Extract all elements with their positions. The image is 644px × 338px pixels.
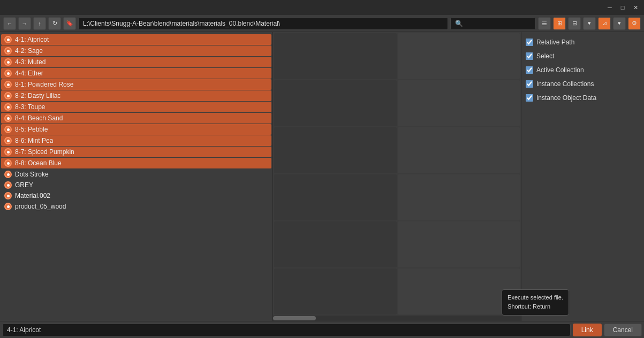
preview-cell: [274, 33, 397, 79]
relative-path-checkbox[interactable]: [526, 39, 533, 46]
file-label: 4-3: Muted: [15, 58, 46, 66]
preview-cell: [398, 127, 520, 173]
tooltip-line2: Shortcut: Return: [507, 302, 563, 312]
back-button[interactable]: ←: [3, 17, 16, 30]
list-item[interactable]: 8-6: Mint Pea: [1, 135, 271, 146]
settings-button[interactable]: ⚙: [628, 17, 641, 30]
list-item[interactable]: 8-3: Toupe: [1, 102, 271, 112]
select-checkbox[interactable]: [526, 52, 533, 60]
list-item[interactable]: Material.002: [1, 190, 271, 201]
file-label: 8-8: Ocean Blue: [15, 159, 62, 167]
list-item[interactable]: 8-4: Beach Sand: [1, 113, 271, 124]
preview-cell: [274, 174, 397, 220]
file-label: Dots Stroke: [15, 171, 49, 178]
preview-area: [273, 32, 521, 321]
up-button[interactable]: ↑: [33, 17, 46, 30]
refresh-button[interactable]: ↻: [48, 17, 61, 30]
filter-button[interactable]: ⊿: [598, 17, 611, 30]
list-item[interactable]: 8-8: Ocean Blue: [1, 158, 271, 168]
main-area: 4-1: Aipricot4-2: Sage4-3: Muted4-4: Eth…: [0, 32, 644, 321]
instance-object-data-checkbox[interactable]: [526, 94, 533, 102]
title-bar: ─ □ ✕: [0, 0, 644, 15]
close-button[interactable]: ✕: [631, 3, 640, 12]
filter-chevron-button[interactable]: ▾: [613, 17, 626, 30]
material-icon: [4, 70, 12, 77]
list-item[interactable]: 8-5: Pebble: [1, 124, 271, 135]
list-item[interactable]: Dots Stroke: [1, 169, 271, 180]
instance-collections-row: Instance Collections: [526, 78, 640, 90]
tooltip: Execute selected file. Shortcut: Return: [502, 289, 569, 316]
active-collection-checkbox[interactable]: [526, 66, 533, 74]
material-icon: [4, 114, 12, 122]
material-icon: [4, 58, 12, 66]
material-icon: [4, 171, 12, 178]
minimize-button[interactable]: ─: [605, 3, 614, 12]
instance-collections-label: Instance Collections: [536, 80, 594, 88]
list-item[interactable]: GREY: [1, 180, 271, 190]
preview-cell: [398, 221, 520, 267]
link-button[interactable]: Link: [573, 324, 602, 336]
file-label: 8-2: Dasty Liliac: [15, 92, 60, 99]
select-row: Select: [526, 50, 640, 62]
preview-cell: [274, 221, 397, 267]
list-item[interactable]: 4-4: Ether: [1, 68, 271, 79]
view-chevron-button[interactable]: ▾: [583, 17, 596, 30]
view-list-button[interactable]: ☰: [538, 17, 551, 30]
path-input[interactable]: [78, 17, 448, 30]
list-item[interactable]: 4-1: Aipricot: [1, 34, 271, 45]
material-icon: [4, 103, 12, 111]
material-icon: [4, 126, 12, 133]
material-icon: [4, 47, 12, 55]
file-label: 8-6: Mint Pea: [15, 137, 53, 144]
material-icon: [4, 192, 12, 199]
tooltip-line1: Execute selected file.: [507, 293, 563, 303]
preview-cell: [274, 80, 397, 126]
list-item[interactable]: 4-2: Sage: [1, 45, 271, 56]
search-input[interactable]: [450, 17, 536, 30]
bookmark-button[interactable]: 🔖: [63, 17, 76, 30]
active-collection-row: Active Collection: [526, 64, 640, 76]
options-panel: Relative Path Select Active Collection I…: [521, 32, 644, 321]
file-label: 8-4: Beach Sand: [15, 114, 63, 122]
forward-button[interactable]: →: [18, 17, 31, 30]
file-list[interactable]: 4-1: Aipricot4-2: Sage4-3: Muted4-4: Eth…: [0, 32, 273, 321]
list-item[interactable]: product_05_wood: [1, 201, 271, 212]
instance-collections-checkbox[interactable]: [526, 80, 533, 88]
file-label: 8-1: Powdered Rose: [15, 81, 73, 88]
view-grid-lg-button[interactable]: ⊟: [568, 17, 581, 30]
material-icon: [4, 81, 12, 88]
horizontal-scrollbar[interactable]: [273, 316, 521, 321]
active-collection-label: Active Collection: [536, 66, 584, 74]
cancel-button[interactable]: Cancel: [604, 324, 642, 336]
material-icon: [4, 36, 12, 43]
view-grid-sm-button[interactable]: ⊞: [553, 17, 566, 30]
material-icon: [4, 137, 12, 144]
preview-cell: [398, 33, 520, 79]
scrollbar-thumb[interactable]: [273, 316, 316, 320]
file-label: 4-4: Ether: [15, 70, 43, 77]
material-icon: [4, 159, 12, 167]
filename-input[interactable]: [2, 324, 571, 336]
preview-cell: [398, 174, 520, 220]
list-item[interactable]: 8-7: Spiced Pumpkin: [1, 147, 271, 157]
list-item[interactable]: 4-3: Muted: [1, 57, 271, 67]
file-label: 8-5: Pebble: [15, 126, 48, 133]
file-label: GREY: [15, 181, 33, 189]
preview-cell: [274, 127, 397, 173]
material-icon: [4, 92, 12, 99]
file-label: 4-2: Sage: [15, 47, 43, 55]
material-icon: [4, 203, 12, 210]
relative-path-row: Relative Path: [526, 36, 640, 48]
preview-content: [273, 32, 521, 316]
material-icon: [4, 181, 12, 189]
file-label: product_05_wood: [15, 203, 66, 210]
preview-cell: [274, 268, 397, 314]
select-label: Select: [536, 52, 554, 60]
list-item[interactable]: 8-1: Powdered Rose: [1, 79, 271, 90]
file-label: Material.002: [15, 192, 50, 199]
file-label: 8-7: Spiced Pumpkin: [15, 148, 74, 156]
file-label: 8-3: Toupe: [15, 103, 46, 111]
bottom-bar: Link Cancel: [0, 321, 644, 338]
maximize-button[interactable]: □: [618, 3, 627, 12]
list-item[interactable]: 8-2: Dasty Liliac: [1, 90, 271, 101]
